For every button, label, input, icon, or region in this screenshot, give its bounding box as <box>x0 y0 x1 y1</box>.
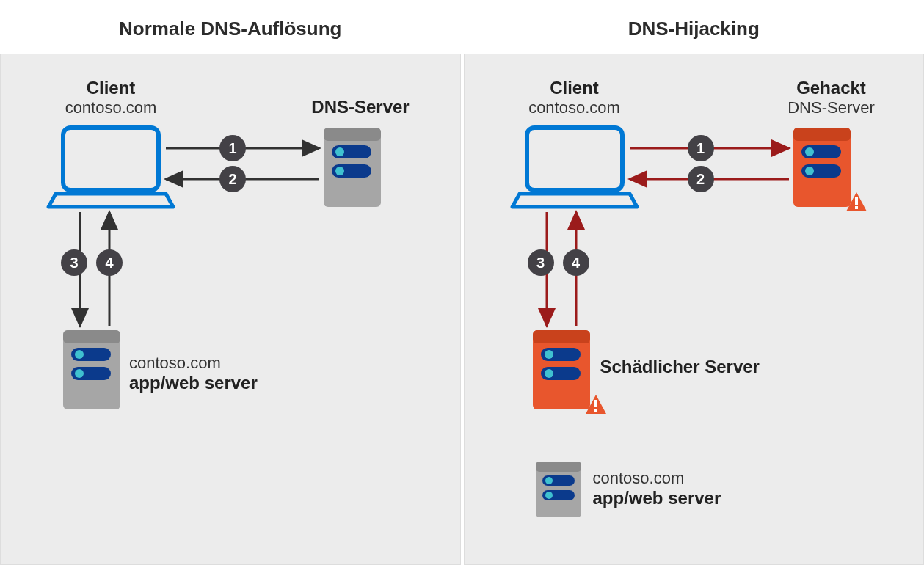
real-server-icon <box>536 462 581 517</box>
svg-rect-31 <box>536 462 581 472</box>
badge-2-r <box>688 166 714 192</box>
app-server-icon <box>63 330 120 409</box>
badge-4-r <box>563 249 589 276</box>
svg-point-33 <box>545 477 553 484</box>
panel-hijack: DNS-Hijacking Client contoso.com Gehackt… <box>464 0 925 565</box>
hacked-dns-server-icon <box>793 128 867 211</box>
badge-2 <box>219 166 246 192</box>
panel-title-normal: Normale DNS-Auflösung <box>0 0 461 54</box>
badge-1-r <box>688 135 714 161</box>
diagram-svg-normal <box>1 54 459 565</box>
badge-3-r <box>528 249 554 276</box>
svg-point-12 <box>75 369 84 378</box>
diagram-svg-hijack <box>465 54 923 565</box>
panel-normal: Normale DNS-Auflösung Client contoso.com… <box>0 0 461 565</box>
svg-rect-23 <box>533 330 590 343</box>
panel-body-hijack: Client contoso.com Gehackt DNS-Server Sc… <box>464 54 925 565</box>
badge-4 <box>96 249 123 276</box>
svg-point-17 <box>805 147 814 156</box>
svg-point-25 <box>545 350 553 359</box>
svg-rect-29 <box>594 409 597 412</box>
dns-server-icon <box>324 128 381 207</box>
panel-title-hijack: DNS-Hijacking <box>464 0 925 54</box>
svg-point-35 <box>545 492 553 499</box>
svg-point-10 <box>75 350 84 359</box>
badge-1 <box>219 135 246 161</box>
panel-body-normal: Client contoso.com DNS-Server contoso.co… <box>0 54 461 565</box>
svg-point-27 <box>545 369 553 378</box>
svg-rect-20 <box>855 197 858 205</box>
badge-3 <box>61 249 87 276</box>
svg-point-19 <box>805 167 814 175</box>
laptop-icon-r <box>512 128 637 207</box>
svg-point-6 <box>335 167 344 175</box>
svg-rect-2 <box>324 128 381 141</box>
svg-rect-15 <box>793 128 851 141</box>
svg-rect-8 <box>63 330 120 343</box>
svg-rect-0 <box>63 128 159 190</box>
svg-rect-28 <box>594 400 597 407</box>
svg-rect-13 <box>527 128 622 190</box>
svg-point-4 <box>335 147 344 156</box>
svg-rect-21 <box>855 206 858 209</box>
malicious-server-icon <box>533 330 606 414</box>
laptop-icon <box>48 128 173 207</box>
